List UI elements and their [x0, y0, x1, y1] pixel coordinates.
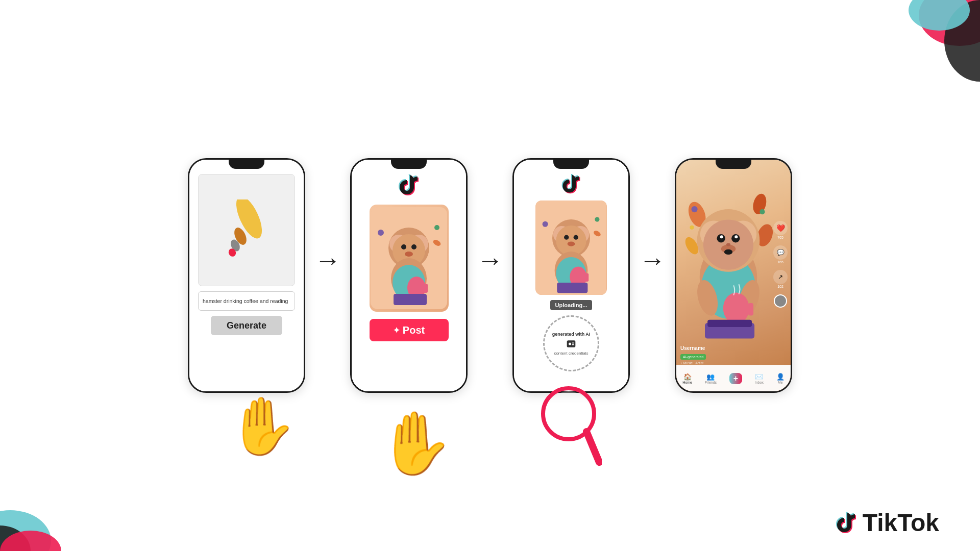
hamster-full-image [681, 170, 775, 363]
svg-point-64 [720, 235, 723, 238]
nav-inbox[interactable]: ✉️ Inbox [755, 373, 764, 384]
svg-point-67 [724, 249, 732, 255]
paintbrush-icon [221, 199, 272, 261]
bottom-nav: 🏠 Home 👥 Friends + ✉️ Inbox 👤 Me [676, 365, 791, 391]
svg-line-48 [586, 432, 599, 462]
nav-plus[interactable]: + [729, 373, 742, 384]
step-4-wrapper: ❤️ 765 💬 165 ↗ 102 Username [675, 158, 792, 393]
tiktok-brand-text: TikTok [863, 509, 939, 537]
magnifying-glass [541, 386, 602, 469]
bottom-left-decoration [0, 459, 112, 551]
svg-point-33 [568, 241, 575, 246]
svg-point-30 [556, 226, 586, 256]
svg-point-54 [760, 209, 765, 214]
svg-point-16 [411, 244, 416, 249]
svg-point-68 [726, 243, 730, 246]
generate-button[interactable]: Generate [211, 316, 282, 335]
top-right-decoration [857, 0, 980, 102]
phone-2: ✦ Post [350, 158, 468, 393]
svg-point-71 [723, 293, 749, 324]
hand-2: ✋ [378, 408, 454, 480]
music-label: ♪ Music · Artist [680, 361, 770, 365]
hand-1: ✋ [228, 393, 298, 459]
tiktok-logo-3 [560, 173, 582, 195]
prompt-input[interactable]: hamster drinking coffee and reading [198, 291, 295, 311]
hamster-illustration-3 [535, 201, 607, 295]
hamster-illustration-2 [371, 207, 447, 309]
svg-point-23 [378, 230, 384, 236]
svg-point-24 [434, 225, 439, 230]
hamster-image-3 [535, 201, 607, 295]
svg-rect-37 [585, 273, 589, 282]
content-credentials-badge: generated with AI content credentials [543, 315, 599, 371]
ai-generated-tag: AI-generated [680, 354, 706, 360]
svg-point-65 [734, 235, 738, 238]
tiktok-logo-2 [397, 173, 421, 197]
username-label: Username [680, 345, 770, 351]
arrow-2: → [477, 245, 503, 276]
nav-home[interactable]: 🏠 Home [682, 373, 692, 384]
like-action[interactable]: ❤️ 765 [773, 221, 788, 239]
nav-friends[interactable]: 👥 Friends [705, 373, 717, 384]
tiktok-brand-icon [834, 511, 859, 535]
ai-canvas [198, 174, 295, 286]
video-info: Username AI-generated ♪ Music · Artist [680, 345, 770, 365]
svg-point-31 [564, 235, 569, 240]
svg-rect-74 [707, 320, 752, 327]
svg-rect-21 [424, 284, 428, 293]
phone-4: ❤️ 765 💬 165 ↗ 102 Username [675, 158, 792, 393]
tiktok-brand: TikTok [834, 509, 939, 537]
main-content: hamster drinking coffee and reading Gene… [0, 0, 980, 551]
svg-point-40 [595, 217, 599, 221]
svg-rect-44 [572, 342, 574, 343]
nav-me[interactable]: 👤 Me [776, 373, 785, 384]
arrow-3: → [639, 245, 666, 276]
phone-1: hamster drinking coffee and reading Gene… [188, 158, 305, 393]
post-button[interactable]: ✦ Post [370, 319, 449, 341]
svg-rect-45 [572, 344, 574, 345]
comment-action[interactable]: 💬 165 [773, 245, 788, 264]
svg-point-17 [405, 252, 413, 257]
phone-3: Uploading... generated with AI content c… [512, 158, 630, 393]
svg-point-43 [569, 342, 571, 345]
tiktok-sidebar: ❤️ 765 💬 165 ↗ 102 [773, 221, 788, 308]
uploading-badge: Uploading... [550, 300, 593, 310]
svg-point-55 [690, 226, 694, 230]
svg-rect-38 [557, 283, 587, 293]
avatar-circle [774, 294, 787, 308]
hamster-large [681, 170, 775, 363]
svg-point-39 [543, 221, 548, 227]
step-3-wrapper: Uploading... generated with AI content c… [512, 158, 630, 393]
arrow-1: → [314, 245, 341, 276]
svg-rect-22 [394, 294, 427, 305]
prompt-text: hamster drinking coffee and reading [203, 298, 288, 304]
content-credentials-icon [566, 339, 576, 349]
svg-point-53 [691, 206, 697, 212]
svg-point-32 [574, 235, 578, 240]
svg-point-15 [401, 244, 406, 249]
step-1-wrapper: hamster drinking coffee and reading Gene… [188, 158, 305, 393]
hamster-image-2 [370, 205, 449, 312]
svg-rect-72 [748, 303, 753, 316]
share-action[interactable]: ↗ 102 [773, 270, 788, 288]
svg-point-50 [751, 192, 768, 216]
step-2-wrapper: ✦ Post ✋ [350, 158, 468, 393]
